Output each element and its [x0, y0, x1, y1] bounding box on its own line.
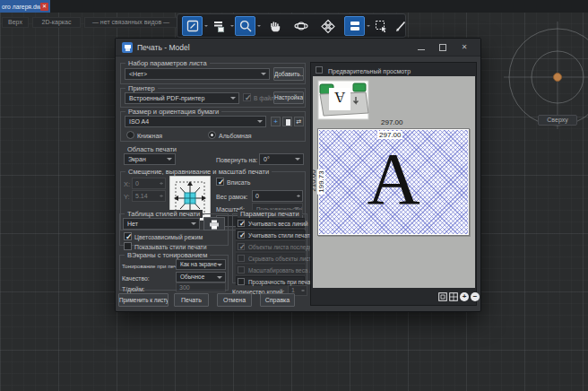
layers-tool-button[interactable]	[208, 16, 229, 36]
dpi-input[interactable]: 300	[176, 282, 226, 292]
x-input[interactable]: 0	[132, 178, 166, 189]
viewport-view-control[interactable]: Верх	[2, 17, 29, 28]
zoom-in-icon[interactable]: +	[460, 292, 469, 301]
paper-properties-button[interactable]	[282, 117, 292, 126]
printer-illustration: A	[316, 79, 370, 121]
orbit-tool-button[interactable]	[290, 16, 311, 36]
quality-label: Качество:	[122, 274, 150, 282]
param-row-scale-lineweights[interactable]: Масштабировать веса линий	[236, 265, 305, 274]
zoom-icon	[238, 19, 253, 33]
show-styles-label: Показывать стили печати	[134, 243, 206, 251]
document-tab[interactable]: ого лагеря.dwg ✕	[0, 0, 50, 13]
dpi-label: Т/дюйм:	[122, 285, 144, 293]
printer-setup-button[interactable]: Настройка...	[273, 91, 304, 104]
dialog-title: Печать - Model	[137, 44, 190, 52]
pan-hand-icon	[267, 19, 281, 33]
print-dialog: Печать - Model ✕ Набор параметров листа …	[115, 38, 481, 312]
preview-checkbox[interactable]	[316, 66, 323, 74]
orbit-icon	[294, 19, 308, 33]
group-offset-label: Смещение, выравнивание и масштаб печати	[125, 168, 272, 176]
pan-tool-button[interactable]	[264, 16, 284, 36]
color-mode-label: Цветозависимый режим	[134, 233, 203, 241]
group-print-area	[120, 128, 306, 146]
preview-canvas[interactable]: A 297.00 297.00 199.73 A 210.00	[313, 76, 475, 288]
fit-label: Вписать	[227, 178, 250, 187]
preview-letter: A	[367, 143, 419, 216]
add-paramset-button[interactable]: Добавить...	[273, 67, 304, 81]
quality-dropdown[interactable]: Обычное	[176, 272, 226, 282]
shade-dropdown[interactable]: Как на экране	[176, 259, 226, 270]
paper-rotate-button[interactable]: ⇄	[294, 117, 304, 126]
edit-frame-tool-button[interactable]	[182, 16, 203, 36]
paramset-dropdown[interactable]: <Нет>	[125, 68, 270, 80]
group-print-area-label: Область печати	[125, 145, 179, 153]
zoom-extents-icon[interactable]	[438, 292, 447, 301]
help-button[interactable]: Справка	[260, 293, 295, 307]
tab-bar	[0, 0, 588, 13]
style-table-print-button[interactable]	[203, 217, 225, 230]
param-row-lineweights[interactable]: Учитывать веса линий	[236, 218, 305, 228]
group-print-params: Параметры печати Учитывать веса линий Уч…	[232, 213, 307, 283]
close-button[interactable]: ✕	[454, 40, 474, 55]
mesh-tool-button[interactable]	[317, 16, 338, 36]
group-paramset: Набор параметров листа <Нет> Добавить...	[120, 63, 306, 84]
frame-weight-label: Вес рамок:	[216, 193, 248, 201]
param-row-plotstyles[interactable]: Учитывать стили печати	[236, 230, 305, 239]
add-paper-size-button[interactable]: +	[271, 117, 281, 126]
selection-rect-icon	[374, 19, 388, 33]
rotate-dropdown[interactable]: 0°	[259, 153, 304, 165]
viewport-visual-style-control[interactable]: 2D-каркас	[32, 17, 81, 28]
group-style-table-label: Таблица стилей печати	[125, 210, 203, 218]
paper-size-dropdown[interactable]: ISO A4	[125, 116, 266, 127]
y-label: Y:	[124, 193, 130, 201]
view-toolbar	[177, 13, 406, 38]
printer-dropdown[interactable]: Встроенный PDF-принтер	[125, 92, 239, 104]
preview-paper: 297.00 199.73 A	[317, 128, 470, 236]
group-print-params-label: Параметры печати	[238, 210, 302, 218]
preview-header-label: Предварительный просмотр	[328, 67, 411, 75]
cad-canvas[interactable]: ого лагеря.dwg ✕ Верх 2D-каркас — нет св…	[0, 0, 588, 391]
layouts-icon	[348, 19, 362, 33]
selection-tool-button[interactable]	[370, 16, 391, 36]
viewport-linked-views-control[interactable]: — нет связанных видов —	[84, 17, 177, 28]
tab-close-icon[interactable]: ✕	[40, 3, 48, 11]
document-tab-title: ого лагеря.dwg	[2, 3, 44, 11]
group-printer-label: Принтер	[125, 84, 158, 92]
group-shading-label: ВЭкраны с тонированием	[125, 251, 210, 259]
layers-dropdown-arrow[interactable]	[230, 25, 234, 29]
shade-label: Тонирование при печат	[122, 262, 182, 270]
y-input[interactable]: 5.14	[132, 190, 166, 202]
param-row-hide-paperspace[interactable]: Скрывать объекты листа	[236, 253, 305, 263]
nav-top-view-button[interactable]: Сверху	[538, 115, 577, 126]
fit-checkbox[interactable]	[216, 178, 224, 186]
nav-center-dot	[554, 74, 562, 82]
cancel-button[interactable]: Отмена	[217, 293, 252, 307]
show-styles-checkbox[interactable]	[124, 242, 132, 250]
dim-height-outer: 210.00	[313, 169, 317, 191]
print-button[interactable]: Печать	[174, 293, 209, 307]
layouts-tool-button[interactable]	[344, 16, 365, 36]
zoom-out-icon[interactable]: −	[471, 292, 480, 301]
navigation-sphere[interactable]	[504, 22, 588, 129]
frame-weight-input[interactable]: 0	[252, 190, 303, 202]
pen-tool-button[interactable]	[390, 16, 411, 36]
layers-icon	[212, 19, 226, 33]
to-file-checkbox[interactable]	[243, 93, 251, 101]
dialog-title-bar[interactable]: Печать - Model ✕	[116, 39, 480, 56]
apply-to-sheet-button[interactable]: Применить к листу	[118, 293, 169, 307]
svg-text:A: A	[333, 89, 345, 106]
group-paper-label: Размер и ориентация бумаги	[125, 108, 221, 116]
print-dialog-icon	[122, 42, 133, 53]
zoom-window-icon[interactable]	[449, 292, 458, 301]
maximize-button[interactable]	[433, 40, 453, 55]
zoom-tool-button[interactable]	[235, 16, 255, 36]
mesh-icon	[321, 19, 335, 33]
style-table-dropdown[interactable]: Нет	[123, 218, 200, 230]
print-area-dropdown[interactable]: Экран	[124, 153, 176, 165]
zoom-dropdown-arrow[interactable]	[257, 25, 261, 29]
group-paramset-label: Набор параметров листа	[125, 59, 210, 67]
color-mode-checkbox[interactable]	[124, 232, 132, 240]
param-row-transparency[interactable]: Прозрачность при печати	[236, 276, 305, 285]
minimize-button[interactable]	[411, 40, 431, 55]
param-row-paperspace-last[interactable]: Объекты листа последними	[236, 241, 305, 251]
